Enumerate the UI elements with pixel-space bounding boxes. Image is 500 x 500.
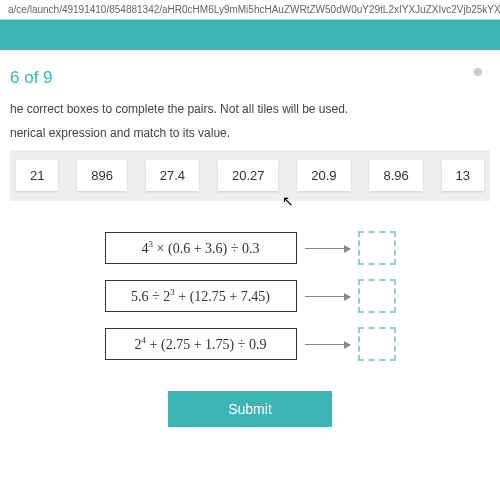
expression-row-3: 24 + (2.75 + 1.75) ÷ 0.9 bbox=[105, 327, 396, 361]
arrow-icon bbox=[305, 296, 350, 297]
expression-3[interactable]: 24 + (2.75 + 1.75) ÷ 0.9 bbox=[105, 328, 297, 360]
tile-13[interactable]: 13 bbox=[442, 160, 484, 191]
tile-8-96[interactable]: 8.96 bbox=[369, 160, 422, 191]
expression-row-1: 43 × (0.6 + 3.6) ÷ 0.3 bbox=[105, 231, 396, 265]
tile-21[interactable]: 21 bbox=[16, 160, 58, 191]
tile-20-27[interactable]: 20.27 bbox=[218, 160, 279, 191]
drop-target-1[interactable] bbox=[358, 231, 396, 265]
progress-dot bbox=[474, 68, 482, 76]
tiles-container: 21 896 27.4 20.27 20.9 8.96 13 bbox=[10, 150, 490, 201]
content-area: 6 of 9 he correct boxes to complete the … bbox=[0, 50, 500, 500]
url-bar: a/ce/launch/49191410/854881342/aHR0cHM6L… bbox=[0, 0, 500, 20]
expression-1[interactable]: 43 × (0.6 + 3.6) ÷ 0.3 bbox=[105, 232, 297, 264]
arrow-icon bbox=[305, 248, 350, 249]
expression-2[interactable]: 5.6 ÷ 23 + (12.75 + 7.45) bbox=[105, 280, 297, 312]
tile-896[interactable]: 896 bbox=[77, 160, 127, 191]
tile-20-9[interactable]: 20.9 bbox=[297, 160, 350, 191]
question-counter: 6 of 9 bbox=[10, 68, 490, 88]
instruction-line-1: he correct boxes to complete the pairs. … bbox=[10, 102, 490, 116]
submit-button[interactable]: Submit bbox=[168, 391, 332, 427]
instruction-line-2: nerical expression and match to its valu… bbox=[10, 126, 490, 140]
expression-row-2: 5.6 ÷ 23 + (12.75 + 7.45) bbox=[105, 279, 396, 313]
tile-27-4[interactable]: 27.4 bbox=[146, 160, 199, 191]
expressions-container: 43 × (0.6 + 3.6) ÷ 0.3 5.6 ÷ 23 + (12.75… bbox=[10, 231, 490, 361]
app-header-bar bbox=[0, 20, 500, 50]
arrow-icon bbox=[305, 344, 350, 345]
cursor-icon: ↖ bbox=[282, 193, 294, 209]
drop-target-3[interactable] bbox=[358, 327, 396, 361]
drop-target-2[interactable] bbox=[358, 279, 396, 313]
